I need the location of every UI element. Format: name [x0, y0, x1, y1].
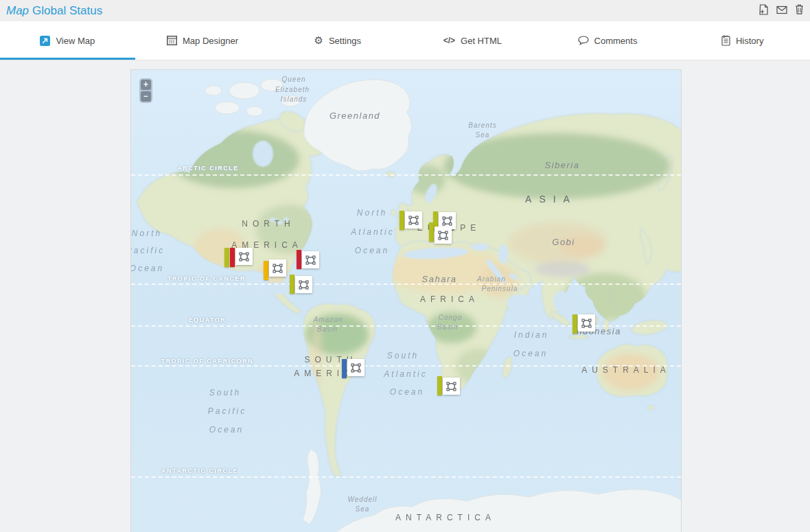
marker-na-central[interactable] — [264, 261, 286, 280]
gear-icon: ⚙ — [314, 36, 323, 46]
status-bar-olive — [290, 275, 294, 294]
page-title-text: Global Status — [32, 4, 102, 17]
map-zoom-control: + − — [139, 78, 152, 103]
tab-history[interactable]: History — [675, 21, 810, 60]
app-header: MapGlobal Status — [0, 0, 810, 21]
marker-south-africa[interactable] — [437, 376, 460, 395]
page-title: MapGlobal Status — [6, 4, 102, 18]
zoom-in-button[interactable]: + — [141, 80, 151, 90]
email-button[interactable] — [776, 5, 787, 17]
tab-comments[interactable]: Comments — [540, 21, 675, 60]
tab-settings[interactable]: ⚙Settings — [270, 21, 405, 60]
tab-label: History — [736, 36, 763, 46]
tab-label: Get HTML — [461, 36, 502, 46]
header-actions — [759, 4, 804, 18]
status-bar-blue — [342, 359, 347, 378]
marker-europe-west[interactable] — [429, 222, 452, 244]
marker-indonesia[interactable] — [572, 314, 595, 334]
marker-north-atlantic[interactable] — [400, 211, 422, 230]
mail-icon — [776, 5, 787, 17]
tab-bar: View MapMap Designer⚙Settings</>Get HTML… — [0, 21, 810, 60]
zoom-out-button[interactable]: − — [141, 91, 151, 102]
tab-label: Map Designer — [183, 36, 238, 46]
code-icon: </> — [443, 36, 455, 45]
world-map[interactable]: + − QueenElizabethIslandsGreenlandBarent… — [130, 69, 682, 532]
view-map-icon — [40, 36, 50, 46]
process-node-icon — [435, 227, 452, 244]
world-map-basemap[interactable] — [131, 70, 682, 532]
tab-map-designer[interactable]: Map Designer — [135, 21, 270, 60]
status-bar-red — [230, 248, 235, 267]
status-bar-olive — [572, 314, 577, 334]
status-bar-olive — [429, 222, 434, 242]
status-bar-olive — [224, 248, 229, 267]
process-node-icon — [347, 359, 364, 376]
process-node-icon — [269, 259, 286, 277]
status-bar-olive — [400, 211, 404, 230]
process-node-icon — [302, 251, 319, 268]
marker-na-gulf[interactable] — [290, 275, 312, 294]
tab-label: View Map — [56, 36, 95, 46]
process-node-icon — [443, 378, 460, 395]
status-bar-red — [297, 250, 301, 269]
history-icon — [721, 35, 730, 46]
comment-icon — [578, 36, 589, 45]
tab-view-map[interactable]: View Map — [0, 21, 135, 60]
delete-button[interactable] — [795, 4, 804, 17]
tab-label: Settings — [329, 36, 361, 46]
page-title-prefix: Map — [6, 4, 29, 17]
status-bar-amber — [264, 261, 268, 280]
tab-label: Comments — [594, 36, 638, 46]
process-node-icon — [405, 211, 422, 229]
marker-south-america[interactable] — [342, 359, 364, 378]
tab-get-html[interactable]: </>Get HTML — [405, 21, 540, 60]
map-designer-icon — [167, 36, 177, 45]
marker-na-west[interactable] — [224, 248, 253, 267]
process-node-icon — [235, 248, 253, 265]
process-node-icon — [295, 276, 312, 293]
status-bar-olive — [437, 376, 442, 395]
marker-na-east[interactable] — [297, 250, 319, 269]
trash-icon — [795, 4, 804, 17]
file-plus-icon — [759, 4, 769, 18]
export-document-button[interactable] — [759, 4, 769, 18]
process-node-icon — [578, 314, 595, 332]
